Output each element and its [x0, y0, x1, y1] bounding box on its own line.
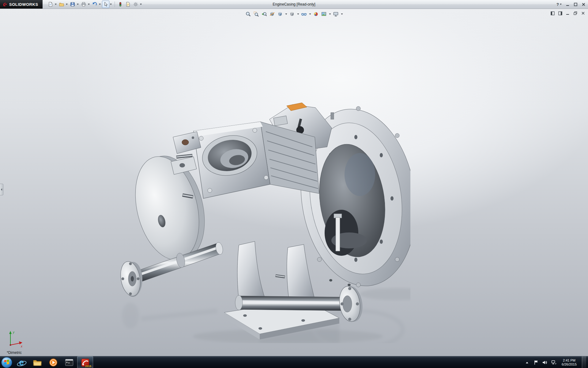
chevron-down-icon — [110, 4, 112, 5]
document-close-button[interactable] — [581, 11, 586, 16]
previous-view-button[interactable] — [261, 10, 268, 17]
feature-manager-toggle-button[interactable] — [550, 11, 555, 16]
display-style-dropdown[interactable] — [296, 11, 300, 17]
options-gear-icon — [133, 2, 138, 7]
document-minimize-button[interactable] — [565, 11, 570, 16]
media-player-icon — [49, 358, 58, 367]
task-pane-toggle-button[interactable] — [558, 11, 563, 16]
show-desktop-button[interactable] — [582, 356, 586, 368]
chevron-up-icon — [526, 362, 528, 363]
taskbar-internet-explorer-button[interactable]: e — [13, 356, 29, 368]
graphics-area[interactable]: y x *Dimetric — [0, 9, 588, 356]
new-document-button[interactable] — [47, 1, 54, 8]
select-dropdown[interactable] — [109, 1, 113, 8]
undo-dropdown[interactable] — [98, 1, 102, 8]
engine-casing-model — [116, 101, 410, 343]
speaker-icon — [542, 360, 547, 365]
taskbar-command-prompt-button[interactable] — [61, 356, 77, 368]
action-center-flag-icon — [534, 360, 538, 365]
view-orientation-dropdown[interactable] — [285, 11, 288, 17]
view-settings-icon — [333, 11, 339, 17]
dassault-logo-icon — [2, 2, 7, 7]
maximize-button[interactable] — [573, 1, 578, 7]
close-button[interactable] — [581, 1, 586, 7]
network-button[interactable] — [551, 360, 556, 365]
task-pane-icon — [558, 11, 562, 15]
options-dropdown[interactable] — [139, 1, 143, 8]
open-document-button[interactable] — [58, 1, 65, 8]
clock-time: 2:41 PM — [562, 358, 577, 362]
edit-appearance-button[interactable] — [312, 10, 320, 17]
apply-scene-button[interactable] — [320, 10, 328, 17]
view-settings-dropdown[interactable] — [340, 11, 344, 17]
taskbar-windows-explorer-button[interactable] — [29, 356, 45, 368]
rebuild-button[interactable] — [117, 1, 124, 8]
chevron-down-icon — [297, 13, 299, 15]
document-restore-button[interactable] — [573, 11, 578, 16]
view-orientation-label: *Dimetric — [7, 351, 22, 355]
chevron-down-icon — [285, 13, 287, 15]
new-document-dropdown[interactable] — [54, 1, 58, 8]
apply-scene-dropdown[interactable] — [328, 11, 332, 17]
taskbar-media-player-button[interactable] — [45, 356, 61, 368]
solidworks-window: SOLIDWORKS — [0, 0, 588, 368]
y-axis-label: y — [13, 331, 15, 334]
action-center-button[interactable] — [533, 360, 539, 365]
file-properties-icon — [126, 2, 130, 7]
save-dropdown[interactable] — [76, 1, 80, 8]
toolbar-separator — [115, 2, 115, 7]
options-button[interactable] — [132, 1, 139, 8]
select-button[interactable] — [102, 1, 109, 8]
system-tray: 2:41 PM 6/26/2015 — [524, 356, 588, 368]
print-button[interactable] — [80, 1, 87, 8]
taskbar-clock[interactable]: 2:41 PM 6/26/2015 — [560, 358, 579, 366]
windows-start-orb-icon — [1, 357, 13, 368]
view-orientation-button[interactable] — [277, 10, 284, 17]
solidworks-logo[interactable]: SOLIDWORKS — [0, 0, 43, 9]
zoom-to-fit-button[interactable] — [245, 10, 252, 17]
solidworks-version-badge: 2015 — [85, 365, 91, 368]
display-style-button[interactable] — [288, 10, 296, 17]
chevron-down-icon — [99, 4, 101, 5]
document-window-controls — [550, 11, 586, 16]
chevron-down-icon — [88, 4, 90, 5]
hide-show-items-button[interactable] — [300, 10, 308, 17]
chevron-left-icon — [1, 188, 2, 191]
view-settings-button[interactable] — [332, 10, 340, 17]
hide-show-items-dropdown[interactable] — [308, 11, 312, 17]
section-view-button[interactable] — [269, 10, 276, 17]
taskbar-solidworks-button[interactable]: 2015 — [77, 356, 93, 368]
logo-text: SOLIDWORKS — [9, 2, 38, 7]
zoom-to-area-button[interactable] — [253, 10, 260, 17]
display-style-icon — [289, 11, 295, 17]
chevron-down-icon — [66, 4, 68, 5]
chevron-down-icon — [341, 13, 343, 15]
hidden-icons-button[interactable] — [524, 360, 530, 365]
volume-button[interactable] — [542, 360, 548, 365]
help-button[interactable]: ? — [556, 1, 562, 7]
x-axis-arrow — [19, 341, 22, 344]
save-button[interactable] — [69, 1, 76, 8]
maximize-icon — [574, 3, 577, 6]
file-properties-button[interactable] — [124, 1, 132, 8]
start-button[interactable] — [0, 356, 13, 368]
open-document-dropdown[interactable] — [65, 1, 69, 8]
help-icon: ? — [556, 2, 559, 7]
y-axis-arrow — [9, 331, 12, 334]
x-axis-label: x — [21, 345, 23, 348]
rebuild-icon — [118, 2, 123, 7]
window-controls: ? — [556, 0, 586, 9]
print-dropdown[interactable] — [87, 1, 91, 8]
undo-button[interactable] — [91, 1, 98, 8]
chevron-down-icon — [309, 13, 311, 15]
feature-manager-icon — [551, 11, 555, 15]
chevron-down-icon — [140, 4, 142, 5]
chevron-down-icon — [77, 4, 79, 5]
minimize-button[interactable] — [565, 1, 570, 7]
section-view-icon — [270, 11, 275, 17]
clock-date: 6/26/2015 — [562, 362, 577, 366]
restore-icon — [574, 11, 577, 15]
previous-view-icon — [262, 11, 267, 17]
panel-collapse-handle[interactable] — [0, 184, 3, 195]
close-icon — [581, 11, 585, 15]
